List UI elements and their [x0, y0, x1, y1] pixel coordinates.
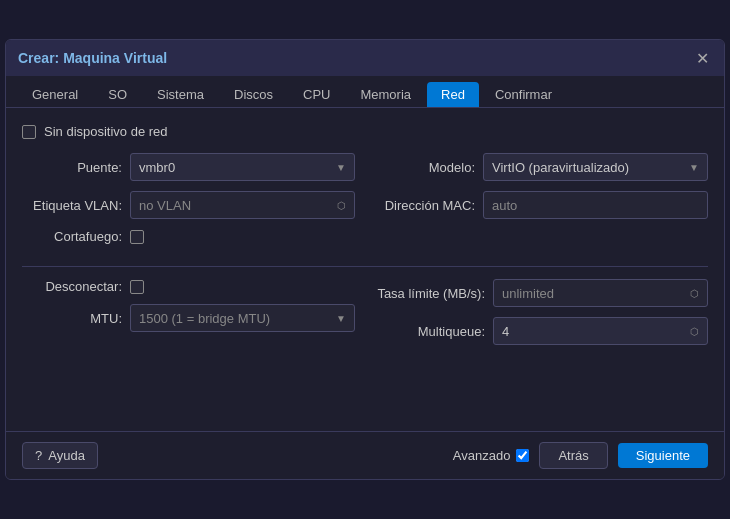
- vlan-value: no VLAN: [139, 198, 191, 213]
- puente-chevron: ▼: [336, 162, 346, 173]
- puente-select[interactable]: vmbr0 ▼: [130, 153, 355, 181]
- no-device-checkbox[interactable]: [22, 125, 36, 139]
- no-device-label: Sin dispositivo de red: [44, 124, 168, 139]
- mac-group: Dirección MAC: auto: [375, 191, 708, 219]
- multiqueue-value: 4: [502, 324, 509, 339]
- section2: Desconectar: MTU: 1500 (1 = bridge MTU) …: [22, 279, 708, 355]
- mtu-label: MTU:: [22, 311, 122, 326]
- multiqueue-label: Multiqueue:: [375, 324, 485, 339]
- separator-1: [22, 266, 708, 267]
- tasa-input[interactable]: unlimited ⬡: [493, 279, 708, 307]
- footer-right: Avanzado Atrás Siguiente: [453, 442, 708, 469]
- footer: ? Ayuda Avanzado Atrás Siguiente: [6, 431, 724, 479]
- tasa-group: Tasa límite (MB/s): unlimited ⬡: [375, 279, 708, 307]
- modelo-group: Modelo: VirtIO (paravirtualizado) ▼: [375, 153, 708, 181]
- vlan-chevron: ⬡: [337, 200, 346, 211]
- puente-group: Puente: vmbr0 ▼: [22, 153, 355, 181]
- mtu-input[interactable]: 1500 (1 = bridge MTU) ▼: [130, 304, 355, 332]
- tasa-chevron: ⬡: [690, 288, 699, 299]
- close-button[interactable]: ✕: [692, 48, 712, 68]
- dialog-title: Crear: Maquina Virtual: [18, 50, 167, 66]
- spacer: [22, 355, 708, 415]
- vlan-group: Etiqueta VLAN: no VLAN ⬡: [22, 191, 355, 219]
- tab-cpu[interactable]: CPU: [289, 82, 344, 107]
- vlan-label: Etiqueta VLAN:: [22, 198, 122, 213]
- right-column: Modelo: VirtIO (paravirtualizado) ▼ Dire…: [375, 153, 708, 254]
- modelo-label: Modelo:: [375, 160, 475, 175]
- cortafuego-label: Cortafuego:: [22, 229, 122, 244]
- help-icon: ?: [35, 448, 42, 463]
- tab-confirmar[interactable]: Confirmar: [481, 82, 566, 107]
- dialog-content: Sin dispositivo de red Puente: vmbr0 ▼ E…: [6, 108, 724, 431]
- tab-general[interactable]: General: [18, 82, 92, 107]
- no-device-row: Sin dispositivo de red: [22, 124, 708, 139]
- mtu-chevron: ▼: [336, 313, 346, 324]
- back-button[interactable]: Atrás: [539, 442, 607, 469]
- mac-input[interactable]: auto: [483, 191, 708, 219]
- section2-right: Tasa límite (MB/s): unlimited ⬡ Multique…: [375, 279, 708, 355]
- mac-label: Dirección MAC:: [375, 198, 475, 213]
- modelo-value: VirtIO (paravirtualizado): [492, 160, 629, 175]
- help-label: Ayuda: [48, 448, 85, 463]
- desconectar-checkbox[interactable]: [130, 280, 144, 294]
- help-button[interactable]: ? Ayuda: [22, 442, 98, 469]
- advanced-checkbox[interactable]: [516, 449, 529, 462]
- cortafuego-group: Cortafuego:: [22, 229, 355, 244]
- multiqueue-input[interactable]: 4 ⬡: [493, 317, 708, 345]
- left-column: Puente: vmbr0 ▼ Etiqueta VLAN: no VLAN ⬡: [22, 153, 355, 254]
- tab-bar: General SO Sistema Discos CPU Memoria Re…: [6, 76, 724, 108]
- multiqueue-group: Multiqueue: 4 ⬡: [375, 317, 708, 345]
- mtu-value: 1500 (1 = bridge MTU): [139, 311, 270, 326]
- section2-left: Desconectar: MTU: 1500 (1 = bridge MTU) …: [22, 279, 355, 355]
- create-vm-dialog: Crear: Maquina Virtual ✕ General SO Sist…: [5, 39, 725, 480]
- tab-sistema[interactable]: Sistema: [143, 82, 218, 107]
- mac-value: auto: [492, 198, 517, 213]
- vlan-input[interactable]: no VLAN ⬡: [130, 191, 355, 219]
- modelo-chevron: ▼: [689, 162, 699, 173]
- tab-memoria[interactable]: Memoria: [346, 82, 425, 107]
- modelo-select[interactable]: VirtIO (paravirtualizado) ▼: [483, 153, 708, 181]
- mtu-group: MTU: 1500 (1 = bridge MTU) ▼: [22, 304, 355, 332]
- tab-discos[interactable]: Discos: [220, 82, 287, 107]
- tab-red[interactable]: Red: [427, 82, 479, 107]
- advanced-check[interactable]: Avanzado: [453, 448, 530, 463]
- desconectar-label: Desconectar:: [22, 279, 122, 294]
- next-button[interactable]: Siguiente: [618, 443, 708, 468]
- title-bar: Crear: Maquina Virtual ✕: [6, 40, 724, 76]
- tasa-label: Tasa límite (MB/s):: [375, 286, 485, 301]
- main-section: Puente: vmbr0 ▼ Etiqueta VLAN: no VLAN ⬡: [22, 153, 708, 254]
- tab-so[interactable]: SO: [94, 82, 141, 107]
- cortafuego-checkbox[interactable]: [130, 230, 144, 244]
- puente-label: Puente:: [22, 160, 122, 175]
- puente-value: vmbr0: [139, 160, 175, 175]
- tasa-value: unlimited: [502, 286, 554, 301]
- advanced-label: Avanzado: [453, 448, 511, 463]
- multiqueue-chevron: ⬡: [690, 326, 699, 337]
- desconectar-group: Desconectar:: [22, 279, 355, 294]
